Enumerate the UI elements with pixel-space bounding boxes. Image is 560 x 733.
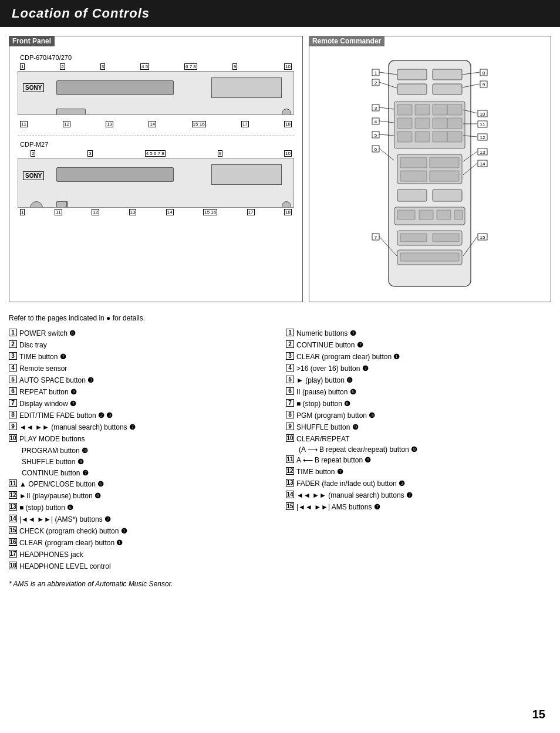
- bot2-num-18: 18: [284, 209, 292, 215]
- sub-items: PROGRAM button ❿ SHUFFLE button ❾ CONTIN…: [22, 445, 274, 478]
- item-num-box: 14: [286, 491, 294, 498]
- svg-rect-7: [415, 104, 430, 115]
- item-num-box: 8: [286, 411, 294, 418]
- item-text: SHUFFLE button ❾: [22, 457, 274, 467]
- item-text: >16 (over 16) button ❼: [296, 363, 551, 374]
- item-text: CLEAR (program clear) button ❶: [296, 352, 551, 362]
- svg-rect-6: [397, 104, 412, 115]
- list-item: 14 ◄◄ ►► (manual search) buttons ❼: [286, 490, 551, 501]
- item-text: Display window ❼: [19, 398, 274, 409]
- top-num-6: 9: [232, 63, 237, 70]
- item-text: ■ (stop) button ❻: [19, 502, 274, 513]
- list-item: PROGRAM button ❿: [22, 445, 274, 456]
- btn-2a: [30, 201, 43, 208]
- item-num-box: 11: [286, 455, 294, 463]
- sony-logo-2: SONY: [23, 171, 44, 180]
- device-image-1: SONY: [18, 71, 294, 115]
- list-item: 13 ■ (stop) button ❻: [9, 502, 274, 513]
- list-item: 2 Disc tray: [9, 340, 274, 350]
- cdp-model-label-1: CDP-670/470/270: [20, 54, 294, 61]
- svg-rect-24: [433, 190, 462, 201]
- top2-num-2: 2: [31, 150, 35, 157]
- item-text: |◄◄ ►►| (AMS*) buttons ❼: [19, 514, 274, 525]
- item-num-box: 15: [9, 526, 17, 534]
- list-item: 7 Display window ❼: [9, 398, 274, 409]
- item-text: |◄◄ ►►| AMS buttons ❼: [296, 502, 551, 512]
- item-num-box: 5: [9, 376, 17, 383]
- list-item: 17 HEADPHONES jack: [9, 549, 274, 560]
- svg-rect-22: [430, 171, 459, 181]
- item-text: TIME button ❼: [19, 352, 274, 362]
- list-item: 12 TIME button ❼: [286, 467, 551, 477]
- item-num-box: 17: [9, 550, 17, 558]
- bot-num-11: 11: [20, 121, 28, 127]
- svg-text:4: 4: [375, 119, 377, 124]
- item-text: REPEAT button ❾: [19, 387, 274, 397]
- item-num-box: 6: [286, 387, 294, 395]
- svg-rect-21: [400, 171, 427, 181]
- svg-text:3: 3: [375, 106, 377, 111]
- item-num-box: 10: [9, 434, 17, 442]
- item-text: ◄◄ ►► (manual search) buttons ❼: [19, 422, 274, 433]
- item-num-box: 4: [286, 364, 294, 371]
- list-item: 8 PGM (program) button ❿: [286, 410, 551, 421]
- svg-rect-8: [433, 104, 447, 115]
- list-item: 16 CLEAR (program clear) button ❶: [9, 538, 274, 548]
- item-text: TIME button ❼: [296, 467, 551, 477]
- item-num-box: 13: [9, 503, 17, 511]
- item-text: CONTINUE button ❼: [22, 468, 274, 478]
- svg-rect-11: [415, 118, 430, 129]
- top-num-2: 2: [60, 63, 65, 70]
- footnote: * AMS is an abbreviation of Automatic Mu…: [9, 580, 274, 588]
- front-panel-box: Front Panel CDP-670/470/270 1 2 3 4 5 6 …: [9, 36, 303, 302]
- top2-num-456: 4 5 6 7 8: [145, 150, 166, 157]
- item-text: ►II (play/pause) button ❻: [19, 491, 274, 501]
- item-num-box: 1: [9, 329, 17, 336]
- item-text: POWER switch ❻: [19, 328, 274, 339]
- instructions-section: Refer to the pages indicated in ● for de…: [9, 314, 551, 588]
- header-bar: Location of Controls: [0, 0, 560, 27]
- list-item: 10 CLEAR/REPEAT: [286, 434, 551, 444]
- device-image-2: SONY: [18, 158, 294, 208]
- svg-rect-2: [433, 69, 462, 80]
- svg-text:14: 14: [480, 161, 485, 167]
- svg-text:1: 1: [375, 70, 377, 76]
- list-item: 4 >16 (over 16) button ❼: [286, 363, 551, 374]
- item-text: CLEAR (program clear) button ❶: [19, 538, 274, 548]
- item-text: A ⟵ B repeat button ❾: [296, 455, 551, 465]
- list-item: CONTINUE button ❼: [22, 468, 274, 478]
- list-item: 6 REPEAT button ❾: [9, 387, 274, 397]
- list-item: 7 ■ (stop) button ❻: [286, 398, 551, 409]
- item-text: Disc tray: [19, 340, 274, 350]
- svg-text:13: 13: [480, 150, 485, 155]
- svg-rect-1: [397, 69, 427, 80]
- two-column-list: 1 POWER switch ❻ 2 Disc tray 3 TIME butt…: [9, 328, 551, 588]
- item-num-box: 9: [286, 423, 294, 430]
- item-text: HEADPHONES jack: [19, 549, 274, 560]
- list-item: 6 II (pause) button ❻: [286, 387, 551, 397]
- item-num-box: 3: [9, 352, 17, 360]
- svg-rect-15: [415, 131, 430, 142]
- svg-text:15: 15: [480, 235, 485, 240]
- item-text: PGM (program) button ❿: [296, 410, 551, 421]
- svg-rect-34: [400, 253, 459, 261]
- svg-rect-4: [433, 84, 462, 94]
- btn-1d: [56, 109, 86, 115]
- item-num-box: 13: [286, 479, 294, 487]
- item-num-box: 18: [9, 562, 17, 569]
- item-text: ► (play) button ❻: [296, 375, 551, 386]
- item-text: ■ (stop) button ❻: [296, 398, 551, 409]
- bot-num-17: 18: [284, 121, 292, 127]
- svg-rect-9: [447, 104, 462, 115]
- remote-commander-box: Remote Commander: [309, 36, 551, 302]
- top-num-4: 4 5: [140, 63, 149, 70]
- svg-rect-19: [400, 157, 427, 168]
- list-item: 12 ►II (play/pause) button ❻: [9, 491, 274, 501]
- list-item: 3 CLEAR (program clear) button ❶: [286, 352, 551, 362]
- item-text: CHECK (program check) button ❶: [19, 526, 274, 536]
- svg-rect-27: [419, 210, 433, 219]
- svg-rect-13: [447, 118, 462, 129]
- item-num-box: 10: [286, 434, 294, 442]
- item-num-box: 4: [9, 364, 17, 371]
- svg-text:7: 7: [375, 235, 377, 240]
